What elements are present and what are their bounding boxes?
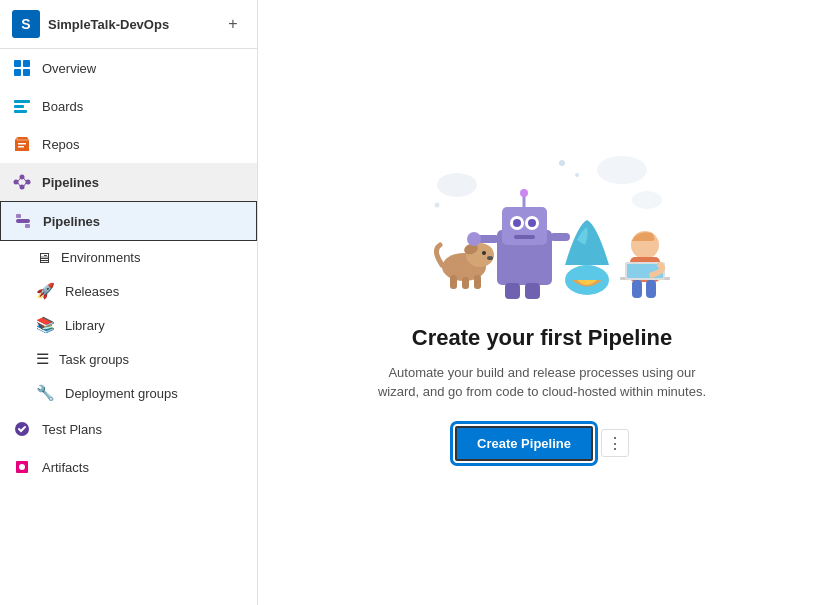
add-project-button[interactable]: + xyxy=(221,12,245,36)
svg-point-35 xyxy=(482,251,486,255)
more-options-button[interactable]: ⋮ xyxy=(601,429,629,457)
svg-rect-45 xyxy=(550,233,570,241)
svg-rect-2 xyxy=(14,69,21,76)
svg-point-42 xyxy=(528,219,536,227)
svg-rect-7 xyxy=(18,143,26,145)
sidebar-item-releases[interactable]: 🚀 Releases xyxy=(0,274,257,308)
svg-line-13 xyxy=(18,179,20,182)
sidebar-item-label-test-plans: Test Plans xyxy=(42,422,102,437)
sidebar-item-library[interactable]: 📚 Library xyxy=(0,308,257,342)
sidebar-item-test-plans[interactable]: Test Plans xyxy=(0,410,257,448)
svg-rect-19 xyxy=(25,224,30,228)
svg-point-23 xyxy=(437,173,477,197)
svg-line-16 xyxy=(18,183,20,186)
svg-rect-1 xyxy=(23,60,30,67)
main-content: Create your first Pipeline Automate your… xyxy=(258,0,826,605)
svg-rect-38 xyxy=(502,207,547,245)
releases-icon: 🚀 xyxy=(36,282,55,300)
action-row: Create Pipeline ⋮ xyxy=(455,426,629,461)
svg-point-50 xyxy=(520,189,528,197)
svg-point-22 xyxy=(19,464,25,470)
svg-rect-57 xyxy=(632,280,642,298)
create-pipeline-button[interactable]: Create Pipeline xyxy=(455,426,593,461)
page-description: Automate your build and release processe… xyxy=(372,363,712,402)
svg-rect-4 xyxy=(14,100,30,103)
svg-rect-6 xyxy=(14,110,27,113)
pipelines-top-icon xyxy=(12,172,32,192)
sidebar-item-label-library: Library xyxy=(65,318,105,333)
svg-rect-58 xyxy=(646,280,656,298)
page-title: Create your first Pipeline xyxy=(412,325,672,351)
svg-rect-5 xyxy=(14,105,24,108)
svg-point-26 xyxy=(559,160,565,166)
org-name: SimpleTalk-DevOps xyxy=(48,17,213,32)
svg-rect-32 xyxy=(450,275,457,289)
svg-point-12 xyxy=(20,185,25,190)
sidebar-item-label-environments: Environments xyxy=(61,250,140,265)
svg-point-41 xyxy=(513,219,521,227)
svg-rect-34 xyxy=(474,275,481,289)
create-pipeline-illustration xyxy=(402,145,682,305)
task-groups-icon: ☰ xyxy=(36,350,49,368)
sidebar-item-label-releases: Releases xyxy=(65,284,119,299)
sidebar-item-pipelines-top[interactable]: Pipelines xyxy=(0,163,257,201)
svg-point-36 xyxy=(487,256,493,260)
sidebar-item-label-artifacts: Artifacts xyxy=(42,460,89,475)
svg-point-24 xyxy=(597,156,647,184)
svg-rect-47 xyxy=(505,283,520,299)
sidebar-item-pipelines-active[interactable]: Pipelines xyxy=(0,201,257,241)
environments-icon: 🖥 xyxy=(36,249,51,266)
svg-point-27 xyxy=(575,173,579,177)
svg-rect-43 xyxy=(514,235,535,239)
sidebar-item-label-task-groups: Task groups xyxy=(59,352,129,367)
sidebar-item-environments[interactable]: 🖥 Environments xyxy=(0,241,257,274)
sidebar-item-boards[interactable]: Boards xyxy=(0,87,257,125)
svg-rect-8 xyxy=(18,146,24,148)
sidebar: S SimpleTalk-DevOps + Overview Boards xyxy=(0,0,258,605)
sidebar-item-task-groups[interactable]: ☰ Task groups xyxy=(0,342,257,376)
svg-rect-0 xyxy=(14,60,21,67)
svg-point-11 xyxy=(26,180,31,185)
sidebar-item-deployment-groups[interactable]: 🔧 Deployment groups xyxy=(0,376,257,410)
sidebar-item-artifacts[interactable]: Artifacts xyxy=(0,448,257,486)
svg-rect-17 xyxy=(16,219,30,223)
sidebar-item-label-boards: Boards xyxy=(42,99,83,114)
org-avatar: S xyxy=(12,10,40,38)
sidebar-item-overview[interactable]: Overview xyxy=(0,49,257,87)
sidebar-item-repos[interactable]: Repos xyxy=(0,125,257,163)
svg-line-14 xyxy=(24,179,26,182)
overview-icon xyxy=(12,58,32,78)
svg-point-46 xyxy=(467,232,481,246)
artifacts-icon xyxy=(12,457,32,477)
library-icon: 📚 xyxy=(36,316,55,334)
svg-point-25 xyxy=(632,191,662,209)
sidebar-item-label-pipelines-top: Pipelines xyxy=(42,175,99,190)
svg-rect-48 xyxy=(525,283,540,299)
sidebar-pipelines-header-label: Pipelines xyxy=(43,214,100,229)
repos-icon xyxy=(12,134,32,154)
sidebar-item-label-repos: Repos xyxy=(42,137,80,152)
svg-rect-33 xyxy=(462,277,469,289)
svg-line-15 xyxy=(24,183,26,186)
sidebar-item-label-overview: Overview xyxy=(42,61,96,76)
svg-point-9 xyxy=(14,180,19,185)
test-plans-icon xyxy=(12,419,32,439)
svg-rect-18 xyxy=(16,214,21,218)
svg-rect-3 xyxy=(23,69,30,76)
boards-icon xyxy=(12,96,32,116)
pipelines-sub-icon xyxy=(13,211,33,231)
sidebar-header: S SimpleTalk-DevOps + xyxy=(0,0,257,49)
svg-point-28 xyxy=(435,202,440,207)
pipelines-section: Pipelines 🖥 Environments 🚀 Releases 📚 Li… xyxy=(0,201,257,410)
deployment-groups-icon: 🔧 xyxy=(36,384,55,402)
sidebar-item-label-deployment-groups: Deployment groups xyxy=(65,386,178,401)
